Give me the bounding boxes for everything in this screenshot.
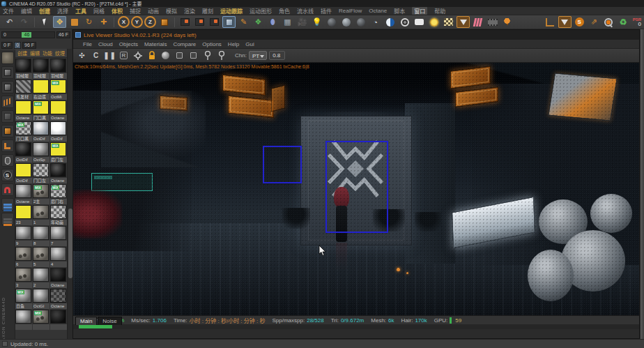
undo-icon[interactable]: ↶ [3, 16, 16, 28]
material-item[interactable]: MIX门口黑 [15, 121, 32, 142]
rotate-tool-icon[interactable]: ↻ [82, 16, 95, 28]
material-item[interactable]: MIX日鱼 [15, 289, 32, 309]
material-item[interactable]: 年动画 [50, 205, 67, 225]
material-thumbnail[interactable] [15, 247, 31, 261]
material-item[interactable]: Octane [15, 184, 32, 204]
material-sphere2-icon[interactable] [339, 16, 353, 28]
wrench-arrow-icon[interactable]: ⇗ [588, 16, 601, 28]
material-thumbnail[interactable] [15, 163, 31, 177]
snap-s-icon[interactable]: S [1, 169, 14, 181]
bracket-icon[interactable] [544, 16, 557, 28]
menu-item-3[interactable]: 选择 [57, 7, 68, 15]
lv-menu-compare[interactable]: Compare [173, 41, 196, 47]
floor-icon[interactable]: ▦ [281, 16, 294, 28]
material-thumbnail[interactable] [50, 310, 66, 324]
material-sphere-icon[interactable] [325, 16, 338, 28]
restart-render-icon[interactable]: C [90, 50, 102, 61]
axis-lock-z[interactable]: Z [144, 16, 156, 28]
material-thumbnail[interactable] [15, 268, 31, 282]
refresh-icon[interactable]: ♻ [617, 16, 630, 28]
selection-rect-small[interactable] [263, 146, 302, 183]
menu-item-17[interactable]: RealFlow [339, 8, 362, 14]
last-tool-icon[interactable]: ✚ [97, 16, 110, 28]
right-splitter[interactable] [640, 29, 644, 339]
menu-item-2[interactable]: 创建 [39, 7, 50, 15]
scale-tool-icon[interactable] [68, 16, 81, 28]
edges-mode-icon[interactable] [1, 96, 14, 108]
menu-item-4[interactable]: 工具 [75, 7, 86, 15]
menu-item-1[interactable]: 编辑 [21, 7, 32, 15]
octane-download-icon[interactable] [457, 16, 470, 28]
pie-icon[interactable]: ◔ [369, 16, 382, 28]
material-item[interactable]: 9 [15, 226, 32, 246]
axis-lock-x[interactable]: X [118, 16, 130, 28]
octane-hdri-icon[interactable] [413, 16, 426, 28]
material-item[interactable]: Octane [50, 100, 67, 121]
material-item[interactable]: OctSp [33, 142, 49, 162]
octane-target-icon[interactable] [398, 16, 411, 28]
live-selection-icon[interactable] [38, 16, 52, 28]
material-item[interactable]: OctGl [33, 289, 49, 309]
material-item[interactable]: 3 [15, 268, 32, 288]
texture-pen-icon[interactable]: ✎ [237, 16, 250, 28]
material-thumbnail[interactable]: MIX [33, 310, 49, 324]
render-team-icon[interactable] [208, 16, 221, 28]
material-thumbnail[interactable] [33, 247, 49, 261]
material-item[interactable]: 23 [15, 205, 32, 225]
menu-item-20[interactable]: 窗口 [412, 7, 427, 15]
menu-item-0[interactable]: 文件 [3, 7, 14, 15]
material-thumbnail[interactable] [33, 121, 49, 135]
material-thumbnail[interactable]: MIX [50, 184, 66, 198]
menu-item-16[interactable]: 插件 [321, 7, 332, 15]
render-tab-noise[interactable]: Noise [98, 317, 121, 325]
material-thumbnail[interactable] [50, 163, 66, 177]
import-arrow-icon[interactable] [558, 16, 572, 28]
lv-menu-materials[interactable]: Materials [144, 41, 167, 47]
selection-rect-large[interactable] [325, 141, 388, 233]
menu-item-15[interactable]: 流水线 [297, 7, 314, 15]
material-tab-0[interactable]: 创建 [17, 50, 27, 56]
menu-item-9[interactable]: 模拟 [166, 7, 177, 15]
material-thumbnail[interactable]: MIX [15, 289, 31, 303]
material-item[interactable]: 右边底 [33, 80, 49, 100]
lock-resolution-icon[interactable] [146, 50, 158, 61]
material-thumbnail[interactable] [33, 289, 49, 303]
axis-L-icon[interactable] [1, 139, 14, 152]
menu-item-12[interactable]: 运动跟踪 [220, 7, 243, 15]
material-item[interactable]: 门口左 [33, 163, 49, 183]
lv-menu-file[interactable]: File [83, 41, 92, 47]
material-item[interactable] [50, 310, 67, 330]
teleport-icon[interactable]: ✣ [76, 50, 88, 61]
pause-render-icon[interactable]: ❚❚ [104, 50, 116, 61]
material-item[interactable]: 5 [33, 247, 49, 267]
material-thumbnail[interactable] [50, 121, 66, 135]
material-item[interactable]: MIX后门左 [50, 142, 67, 162]
lv-menu-gui[interactable]: Gui [245, 41, 254, 47]
material-item[interactable]: 2 [33, 268, 49, 288]
live-viewer-titlebar[interactable]: Live Viewer Studio V4.02.1-R3 (224 days … [73, 30, 639, 40]
channel-dropdown[interactable]: PT [249, 51, 267, 60]
range-start-field[interactable]: 0 F [1, 42, 13, 49]
render-viewport[interactable]: Check:10ms/64ms, MeshGen:2.2|2sec Update… [73, 63, 639, 325]
octane-ik-icon[interactable] [471, 16, 484, 28]
material-item[interactable]: Octane [50, 268, 67, 288]
material-thumbnail[interactable]: MIX [33, 184, 49, 198]
material-thumbnail[interactable] [50, 289, 66, 303]
material-thumbnail[interactable] [50, 247, 66, 261]
material-item[interactable]: Octane [50, 289, 67, 309]
coord-system-icon[interactable] [158, 16, 171, 28]
model-mode-icon[interactable] [222, 16, 236, 28]
material-item[interactable]: 羽绒服 [50, 59, 67, 79]
material-thumbnail[interactable] [15, 226, 31, 240]
material-item[interactable]: OctDif [15, 142, 32, 162]
material-thumbnail[interactable] [33, 163, 49, 177]
material-item[interactable]: 6 [15, 247, 32, 267]
magnet-snap-icon[interactable] [1, 183, 14, 196]
search-icon[interactable] [602, 16, 615, 28]
scatter-tree-icon[interactable] [500, 16, 514, 28]
range-end-field[interactable]: 96 F [22, 42, 36, 49]
material-scrollbar[interactable] [67, 49, 72, 339]
workplane-icon[interactable]: ❖ [252, 16, 265, 28]
material-thumbnail[interactable] [50, 268, 66, 282]
polygons-mode-icon[interactable] [1, 110, 14, 123]
